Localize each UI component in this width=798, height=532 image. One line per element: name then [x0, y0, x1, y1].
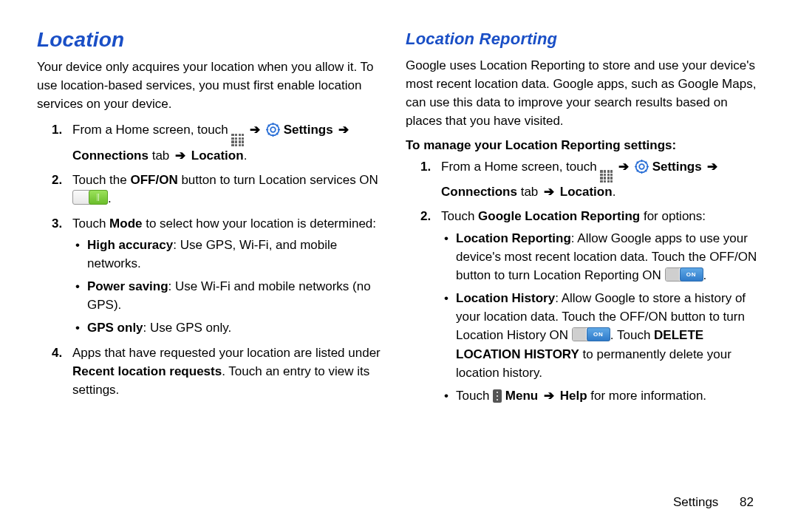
text: . Touch: [610, 328, 654, 342]
gear-icon: [635, 160, 649, 174]
text: for options:: [640, 209, 706, 223]
text: to select how your location is determine…: [142, 216, 376, 231]
offon-label: OFF/ON: [130, 173, 177, 187]
text: From a Home screen, touch: [441, 160, 597, 174]
glr-label: Google Location Reporting: [478, 209, 640, 223]
page-footer: Settings 82: [673, 495, 754, 510]
arrow-icon: ➔: [544, 183, 554, 201]
bullet-location-history: Location History: Allow Google to store …: [456, 289, 765, 382]
arrow-icon: ➔: [618, 157, 629, 176]
text: button to turn Location services ON: [178, 173, 378, 187]
on-label: ON: [686, 271, 697, 278]
arrow-icon: ➔: [250, 120, 260, 139]
text: Touch the: [72, 173, 130, 187]
overflow-menu-icon: [493, 389, 502, 403]
text: From a Home screen, touch: [72, 123, 228, 137]
apps-grid-icon: [231, 134, 244, 146]
toggle-on-blue-icon: ON: [665, 267, 703, 282]
label: Location History: [456, 291, 555, 305]
connections-label: Connections: [441, 185, 517, 199]
text: Touch: [441, 209, 478, 223]
text: Touch: [456, 389, 493, 403]
step-2: Touch the OFF/ON button to turn Location…: [72, 171, 394, 208]
bullet-high-accuracy: High accuracy: Use GPS, Wi-Fi, and mobil…: [87, 236, 394, 273]
text: : Use GPS only.: [143, 321, 232, 335]
svg-point-1: [270, 128, 276, 133]
settings-label: Settings: [284, 123, 333, 137]
mode-label: Mode: [109, 216, 142, 231]
arrow-icon: ➔: [175, 146, 185, 165]
reporting-subhead: To manage your Location Reporting settin…: [406, 138, 765, 153]
arrow-icon: ➔: [338, 120, 349, 139]
text: for more information.: [587, 389, 707, 403]
reporting-intro: Google uses Location Reporting to store …: [406, 56, 765, 131]
label: High accuracy: [87, 238, 173, 252]
heading-location-reporting: Location Reporting: [406, 30, 765, 49]
gear-icon: [266, 123, 280, 137]
step-4: Apps that have requested your location a…: [72, 344, 394, 399]
toggle-on-green-icon: [72, 190, 108, 205]
menu-label: Menu: [505, 389, 538, 403]
arrow-icon: ➔: [544, 386, 554, 405]
apps-grid-icon: [600, 170, 613, 183]
svg-point-11: [639, 164, 644, 169]
bullet-power-saving: Power saving: Use Wi-Fi and mobile netwo…: [87, 277, 394, 314]
text: tab: [517, 185, 542, 199]
r-step-2: Touch Google Location Reporting for opti…: [441, 207, 765, 405]
step-1: From a Home screen, touch ➔ Settings ➔ C…: [72, 120, 394, 165]
bullet-gps-only: GPS only: Use GPS only.: [87, 318, 394, 337]
location-intro: Your device only acquires your location …: [37, 58, 394, 113]
bullet-location-reporting: Location Reporting: Allow Google apps to…: [456, 229, 765, 284]
recent-label: Recent location requests: [72, 364, 222, 378]
text: Apps that have requested your location a…: [72, 346, 381, 360]
r-step-1: From a Home screen, touch ➔ Settings ➔ C…: [441, 157, 765, 202]
location-label: Location: [191, 149, 244, 163]
label: Location Reporting: [456, 231, 571, 245]
text: Touch: [72, 216, 109, 231]
connections-label: Connections: [72, 149, 149, 163]
heading-location: Location: [37, 28, 394, 52]
label: GPS only: [87, 321, 143, 335]
on-label: ON: [593, 331, 604, 338]
toggle-on-blue-icon: ON: [572, 327, 610, 341]
settings-label: Settings: [652, 160, 702, 174]
footer-section: Settings: [673, 495, 718, 509]
arrow-icon: ➔: [707, 157, 717, 176]
step-3: Touch Mode to select how your location i…: [72, 214, 394, 338]
text: tab: [149, 149, 173, 163]
bullet-menu-help: Touch Menu ➔ Help for more information.: [456, 386, 765, 405]
location-label: Location: [560, 185, 613, 199]
label: Power saving: [87, 279, 168, 293]
footer-page-number: 82: [740, 495, 754, 509]
help-label: Help: [560, 389, 587, 403]
